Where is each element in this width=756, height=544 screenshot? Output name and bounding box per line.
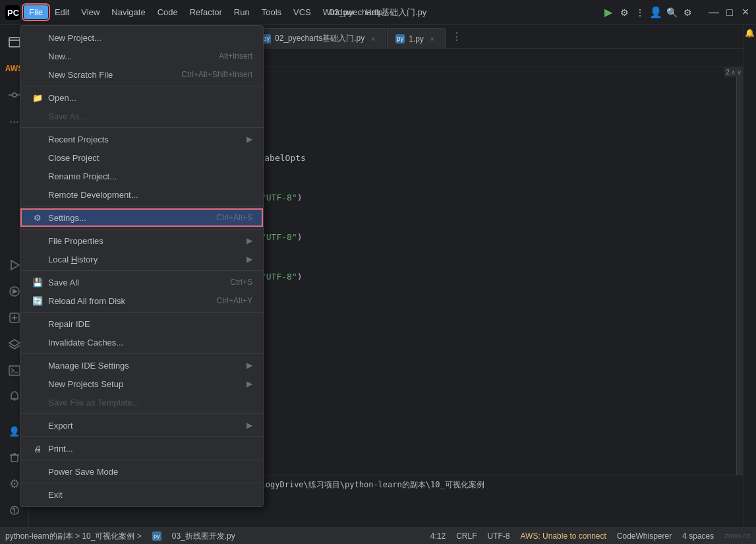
user-icon[interactable]: 👤 xyxy=(651,7,661,18)
scratch-label: New Scratch File xyxy=(48,70,181,80)
save-as-icon xyxy=(31,109,44,123)
menu-save-as[interactable]: Save As... xyxy=(20,107,263,125)
close-project-icon xyxy=(31,151,44,164)
menu-close-project[interactable]: Close Project xyxy=(20,148,263,167)
tab-more-button[interactable]: ⋮ xyxy=(446,30,467,43)
maximize-button[interactable]: □ xyxy=(724,7,735,18)
menu-refactor[interactable]: Refactor xyxy=(185,5,227,19)
menu-print[interactable]: 🖨 Print... xyxy=(20,439,263,458)
menu-new[interactable]: New... Alt+Insert xyxy=(20,47,263,65)
rename-icon xyxy=(31,169,44,183)
run-button[interactable]: ▶ xyxy=(603,7,614,18)
line-ending[interactable]: CRLF xyxy=(456,531,477,541)
menu-save-all[interactable]: 💾 Save All Ctrl+S xyxy=(20,273,263,291)
new-label: New... xyxy=(48,51,219,61)
open-icon: 📁 xyxy=(31,91,44,104)
ide-settings-icon[interactable]: ⚙ xyxy=(682,7,693,18)
tab-4-close[interactable]: × xyxy=(428,34,437,44)
menu-vcs[interactable]: VCS xyxy=(288,5,316,19)
tab-3-close[interactable]: × xyxy=(368,34,378,44)
rename-label: Rename Project... xyxy=(48,171,252,181)
manage-arrow: ▶ xyxy=(247,361,252,370)
watermark: znwx.cn xyxy=(724,531,751,541)
tab-3[interactable]: py 02_pyecharts基础入门.py × xyxy=(253,28,386,48)
more-button[interactable]: ⋮ xyxy=(635,7,645,18)
window-title: 02_pyecharts基础入门.py xyxy=(330,7,426,18)
history-arrow: ▶ xyxy=(247,255,252,264)
divider-3 xyxy=(20,206,263,206)
menu-code[interactable]: Code xyxy=(152,5,183,19)
file-name-status[interactable]: 03_折线图开发.py xyxy=(172,531,235,542)
menu-reload-all[interactable]: 🔄 Reload All from Disk Ctrl+Alt+Y xyxy=(20,291,263,310)
exit-label: Exit xyxy=(48,490,252,500)
menu-navigate[interactable]: Navigate xyxy=(106,5,150,19)
tab-4[interactable]: py 1.py × xyxy=(387,28,446,48)
menu-file-properties[interactable]: File Properties ▶ xyxy=(20,231,263,250)
right-sidebar-notifications[interactable]: 🔔 xyxy=(745,28,755,38)
encoding[interactable]: UTF-8 xyxy=(488,531,510,541)
right-sidebar: 🔔 xyxy=(743,25,756,528)
title-bar-actions: ▶ ⚙ ⋮ 👤 🔍 ⚙ — □ × xyxy=(603,7,751,18)
menu-open[interactable]: 📁 Open... xyxy=(20,88,263,107)
remote-label: Remote Development... xyxy=(48,190,252,200)
menu-remote-development[interactable]: Remote Development... xyxy=(20,185,263,204)
divider-10 xyxy=(20,460,263,460)
recent-label: Recent Projects xyxy=(48,135,241,144)
menu-manage-ide-settings[interactable]: Manage IDE Settings ▶ xyxy=(20,356,263,375)
close-button[interactable]: × xyxy=(740,7,751,18)
svg-text:PC: PC xyxy=(7,8,20,18)
menu-invalidate-caches[interactable]: Invalidate Caches... xyxy=(20,333,263,351)
new-project-icon xyxy=(31,31,44,44)
open-label: Open... xyxy=(48,93,252,103)
menu-repair-ide[interactable]: Repair IDE xyxy=(20,315,263,333)
divider-11 xyxy=(20,483,263,483)
file-props-arrow: ▶ xyxy=(247,236,252,245)
menu-power-save-mode[interactable]: Power Save Mode xyxy=(20,462,263,481)
settings-icon[interactable]: ⚙ xyxy=(619,7,629,18)
setup-arrow: ▶ xyxy=(247,379,252,388)
indent-setting[interactable]: 4 spaces xyxy=(682,531,714,541)
divider-1 xyxy=(20,86,263,86)
menu-new-projects-setup[interactable]: New Projects Setup ▶ xyxy=(20,375,263,393)
svg-rect-18 xyxy=(11,455,18,462)
tab-3-label: 02_pyecharts基础入门.py xyxy=(275,33,364,44)
menu-settings[interactable]: ⚙ Settings... Ctrl+Alt+S xyxy=(20,208,263,227)
menu-recent-projects[interactable]: Recent Projects ▶ xyxy=(20,130,263,148)
divider-4 xyxy=(20,229,263,229)
menu-run[interactable]: Run xyxy=(229,5,255,19)
aws-status[interactable]: AWS: Unable to connect xyxy=(521,531,606,541)
remote-icon xyxy=(31,188,44,201)
cursor-position[interactable]: 4:12 xyxy=(430,531,446,541)
menu-save-file-as-template[interactable]: Save File as Template... xyxy=(20,393,263,411)
menu-new-scratch-file[interactable]: New Scratch File Ctrl+Alt+Shift+Insert xyxy=(20,65,263,84)
minimize-button[interactable]: — xyxy=(709,7,719,18)
menu-export[interactable]: Export ▶ xyxy=(20,416,263,435)
save-as-label: Save As... xyxy=(48,111,252,121)
menu-file[interactable]: File xyxy=(24,5,48,19)
main-layout: AWS ··· 👤 ⚙ xyxy=(0,25,756,528)
menu-tools[interactable]: Tools xyxy=(256,5,287,19)
menu-local-history[interactable]: Local History ▶ xyxy=(20,250,263,268)
export-icon xyxy=(31,419,44,432)
settings-shortcut: Ctrl+Alt+S xyxy=(216,213,252,222)
menu-exit[interactable]: Exit xyxy=(20,485,263,504)
code-whisperer[interactable]: CodeWhisperer xyxy=(617,531,672,541)
menu-bar: File Edit View Navigate Code Refactor Ru… xyxy=(24,5,603,19)
save-all-shortcut: Ctrl+S xyxy=(230,278,252,287)
breadcrumb-status[interactable]: python-learn的副本 > 10_可视化案例 > xyxy=(5,531,142,542)
divider-5 xyxy=(20,270,263,271)
reload-icon: 🔄 xyxy=(31,294,44,307)
search-icon[interactable]: 🔍 xyxy=(666,7,677,18)
menu-view[interactable]: View xyxy=(76,5,105,19)
setup-icon xyxy=(31,377,44,390)
file-icon-status: py xyxy=(152,531,161,541)
title-bar: PC File Edit View Navigate Code Refactor… xyxy=(0,0,756,25)
divider-8 xyxy=(20,413,263,414)
menu-edit[interactable]: Edit xyxy=(49,5,74,19)
menu-new-project[interactable]: New Project... xyxy=(20,28,263,47)
menu-rename-project[interactable]: Rename Project... xyxy=(20,167,263,185)
template-icon xyxy=(31,396,44,409)
status-right: 4:12 CRLF UTF-8 AWS: Unable to connect C… xyxy=(430,531,751,541)
save-all-icon: 💾 xyxy=(31,276,44,289)
save-all-label: Save All xyxy=(48,278,230,287)
